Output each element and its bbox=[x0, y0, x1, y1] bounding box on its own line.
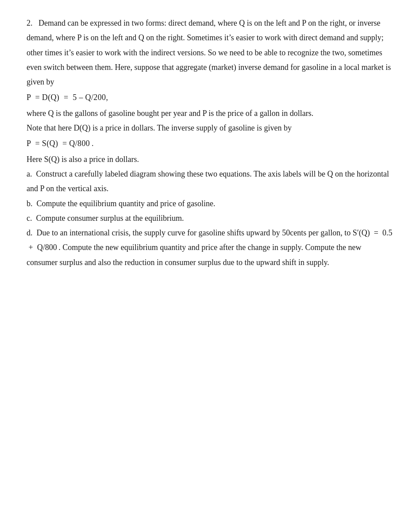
part-d-text: Due to an international crisis, the supp… bbox=[27, 228, 392, 267]
part-b: b. Compute the equilibrium quantity and … bbox=[27, 196, 393, 211]
part-b-text: Compute the equilibrium quantity and pri… bbox=[37, 199, 216, 208]
part-d: d. Due to an international crisis, the s… bbox=[27, 226, 393, 270]
question-number: 2. bbox=[27, 19, 33, 27]
demand-equation: P = D(Q) = 5 – Q/200, bbox=[27, 90, 393, 105]
demand-description: where Q is the gallons of gasoline bough… bbox=[27, 106, 393, 121]
page-content: 2. Demand can be expressed in two forms:… bbox=[0, 0, 420, 291]
question-intro: 2. Demand can be expressed in two forms:… bbox=[27, 16, 393, 89]
part-a-label: a. bbox=[27, 169, 32, 178]
supply-equation: P = S(Q) = Q/800 . bbox=[27, 136, 393, 151]
supply-description: Here S(Q) is also a price in dollars. bbox=[27, 152, 393, 167]
part-c-text: Compute consumer surplus at the equilibr… bbox=[36, 214, 184, 223]
part-c: c. Compute consumer surplus at the equil… bbox=[27, 211, 393, 226]
part-a: a. Construct a carefully labeled diagram… bbox=[27, 167, 393, 196]
part-d-label: d. bbox=[27, 228, 33, 237]
part-c-label: c. bbox=[27, 214, 32, 223]
question-block: 2. Demand can be expressed in two forms:… bbox=[27, 16, 393, 270]
supply-intro: Note that here D(Q) is a price in dollar… bbox=[27, 121, 393, 135]
part-b-label: b. bbox=[27, 199, 33, 208]
part-a-text: Construct a carefully labeled diagram sh… bbox=[27, 169, 389, 193]
question-text-1: Demand can be expressed in two forms: di… bbox=[27, 19, 391, 86]
